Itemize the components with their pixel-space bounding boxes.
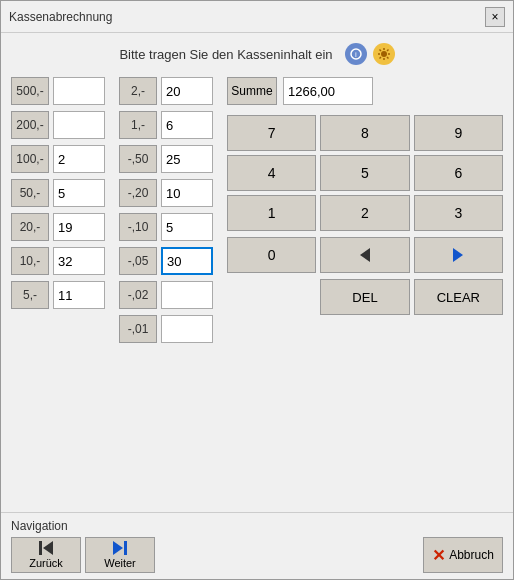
summe-row: Summe <box>227 77 503 105</box>
numpad-6[interactable]: 6 <box>414 155 503 191</box>
header-icons: i <box>345 43 395 65</box>
coin-count-input[interactable] <box>161 179 213 207</box>
coin-denom-label: -,05 <box>119 247 157 275</box>
svg-line-10 <box>379 57 381 59</box>
bill-row: 500,- <box>11 77 111 105</box>
bill-denom-label: 10,- <box>11 247 49 275</box>
bill-count-input[interactable] <box>53 213 105 241</box>
coin-denom-label: 2,- <box>119 77 157 105</box>
svg-text:i: i <box>355 50 357 59</box>
numpad-5[interactable]: 5 <box>320 155 409 191</box>
right-area: Summe 789456123 0 <box>227 77 503 508</box>
coin-count-input[interactable] <box>161 315 213 343</box>
coin-denom-label: 1,- <box>119 111 157 139</box>
coin-count-input[interactable] <box>161 247 213 275</box>
coin-row: -,20 <box>119 179 219 207</box>
abort-icon: ✕ <box>432 546 445 565</box>
numpad-1[interactable]: 1 <box>227 195 316 231</box>
abort-button[interactable]: ✕ Abbruch <box>423 537 503 573</box>
bill-count-input[interactable] <box>53 145 105 173</box>
bill-count-input[interactable] <box>53 179 105 207</box>
navigation-label: Navigation <box>11 519 503 533</box>
info-icon[interactable]: i <box>345 43 367 65</box>
main-window: Kassenabrechnung × Bitte tragen Sie den … <box>0 0 514 580</box>
coin-row: -,01 <box>119 315 219 343</box>
bill-count-input[interactable] <box>53 281 105 309</box>
svg-line-9 <box>387 50 389 52</box>
summe-label: Summe <box>227 77 277 105</box>
bill-count-input[interactable] <box>53 77 105 105</box>
arrow-left-button[interactable] <box>320 237 409 273</box>
bill-denom-label: 500,- <box>11 77 49 105</box>
header-instruction: Bitte tragen Sie den Kasseninhalt ein <box>119 47 332 62</box>
forward-button[interactable]: Weiter <box>85 537 155 573</box>
sun-icon[interactable] <box>373 43 395 65</box>
navigation-section: Navigation Zurück Weiter <box>1 512 513 579</box>
bill-denom-label: 200,- <box>11 111 49 139</box>
close-button[interactable]: × <box>485 7 505 27</box>
titlebar: Kassenabrechnung × <box>1 1 513 33</box>
del-button[interactable]: DEL <box>320 279 409 315</box>
numpad-9[interactable]: 9 <box>414 115 503 151</box>
back-button[interactable]: Zurück <box>11 537 81 573</box>
svg-line-8 <box>387 57 389 59</box>
bill-denom-label: 50,- <box>11 179 49 207</box>
window-title: Kassenabrechnung <box>9 10 112 24</box>
main-content: 500,- 200,- 100,- 50,- 20,- 10,- 5,- 2,-… <box>1 73 513 512</box>
bill-row: 10,- <box>11 247 111 275</box>
nav-left-group: Zurück Weiter <box>11 537 155 573</box>
coin-denom-label: -,50 <box>119 145 157 173</box>
del-clear-row: DEL CLEAR <box>227 279 503 315</box>
nav-buttons: Zurück Weiter ✕ Abbruch <box>11 537 503 573</box>
coin-denom-label: -,02 <box>119 281 157 309</box>
coin-denom-label: -,10 <box>119 213 157 241</box>
header-bar: Bitte tragen Sie den Kasseninhalt ein i <box>1 33 513 73</box>
abort-label: Abbruch <box>449 548 494 562</box>
bill-denom-label: 5,- <box>11 281 49 309</box>
forward-icon <box>113 541 127 555</box>
coin-count-input[interactable] <box>161 213 213 241</box>
left-arrow-icon <box>360 248 370 262</box>
bill-row: 5,- <box>11 281 111 309</box>
numpad-3[interactable]: 3 <box>414 195 503 231</box>
back-icon <box>39 541 53 555</box>
bill-row: 100,- <box>11 145 111 173</box>
bill-count-input[interactable] <box>53 247 105 275</box>
numpad-8[interactable]: 8 <box>320 115 409 151</box>
arrow-right-button[interactable] <box>414 237 503 273</box>
forward-label: Weiter <box>104 557 136 569</box>
numpad: 789456123 <box>227 115 503 231</box>
back-label: Zurück <box>29 557 63 569</box>
bill-denom-label: 20,- <box>11 213 49 241</box>
numpad-7[interactable]: 7 <box>227 115 316 151</box>
coin-denom-label: -,01 <box>119 315 157 343</box>
numpad-4[interactable]: 4 <box>227 155 316 191</box>
bills-column: 500,- 200,- 100,- 50,- 20,- 10,- 5,- <box>11 77 111 508</box>
coin-denom-label: -,20 <box>119 179 157 207</box>
bill-denom-label: 100,- <box>11 145 49 173</box>
bill-row: 50,- <box>11 179 111 207</box>
content-grid: 500,- 200,- 100,- 50,- 20,- 10,- 5,- 2,-… <box>11 77 503 508</box>
summe-input[interactable] <box>283 77 373 105</box>
right-arrow-icon <box>453 248 463 262</box>
coin-count-input[interactable] <box>161 145 213 173</box>
coin-row: -,50 <box>119 145 219 173</box>
svg-point-2 <box>381 51 387 57</box>
coin-row: -,02 <box>119 281 219 309</box>
bill-row: 20,- <box>11 213 111 241</box>
coin-row: -,05 <box>119 247 219 275</box>
coin-row: 2,- <box>119 77 219 105</box>
coin-row: -,10 <box>119 213 219 241</box>
coins-column: 2,- 1,- -,50 -,20 -,10 -,05 -,02 -,01 <box>119 77 219 508</box>
clear-button[interactable]: CLEAR <box>414 279 503 315</box>
numpad-2[interactable]: 2 <box>320 195 409 231</box>
coin-row: 1,- <box>119 111 219 139</box>
svg-line-7 <box>379 50 381 52</box>
coin-count-input[interactable] <box>161 77 213 105</box>
bill-count-input[interactable] <box>53 111 105 139</box>
coin-count-input[interactable] <box>161 111 213 139</box>
numpad-0[interactable]: 0 <box>227 237 316 273</box>
numpad-bottom-row: 0 <box>227 237 503 273</box>
bill-row: 200,- <box>11 111 111 139</box>
coin-count-input[interactable] <box>161 281 213 309</box>
